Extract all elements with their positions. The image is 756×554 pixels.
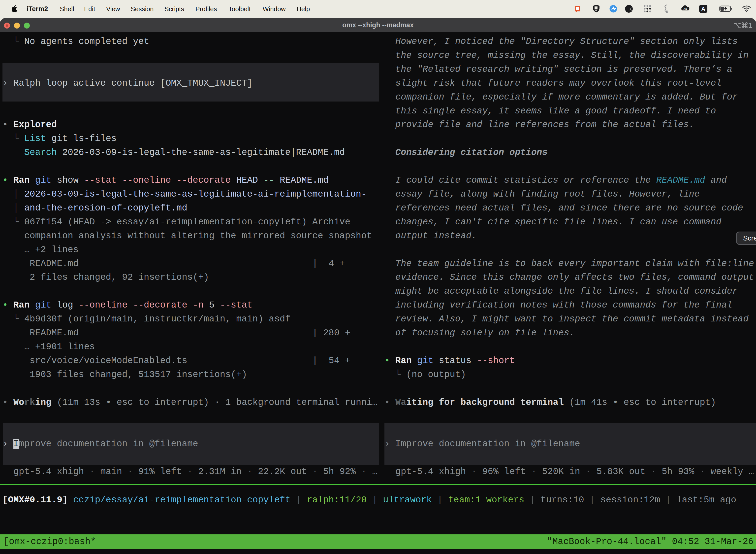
svg-text:A: A	[701, 6, 705, 12]
svg-text:..61: ..61	[683, 7, 687, 10]
